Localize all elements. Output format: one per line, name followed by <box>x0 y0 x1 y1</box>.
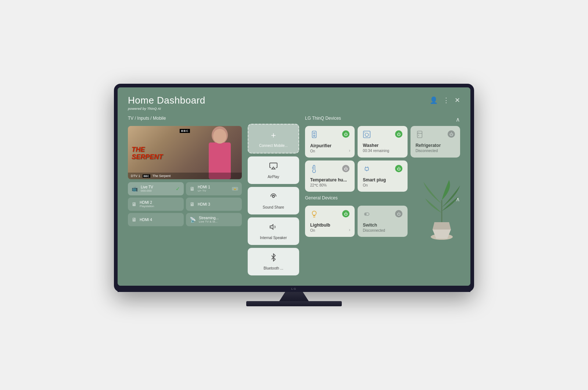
airplay-label: AirPlay <box>268 175 279 179</box>
input-grid: 📺 Live TV 000-000 ✓ 🖥 HDMI 1 <box>128 182 242 226</box>
svg-marker-27 <box>433 222 451 230</box>
input-hdmi2[interactable]: 🖥 HDMI 2 Playstation <box>128 198 184 211</box>
input-streaming[interactable]: 📡 Streaming... Live TV & St... <box>186 213 242 226</box>
svg-point-24 <box>365 213 367 215</box>
header-title-area: Home Dashboard powered by ThinQ AI <box>128 95 205 111</box>
internal-speaker-button[interactable]: Internal Speaker <box>248 217 299 245</box>
speaker-icon <box>269 223 277 233</box>
smartplug-icon <box>363 165 371 174</box>
tv-preview-image: BBC <box>128 126 242 179</box>
general-devices-grid: ⏻ Lightbulb On › <box>305 206 460 237</box>
sound-share-label: Sound Share <box>263 205 284 209</box>
device-washer[interactable]: ⏻ Washer 00:34 remaining <box>358 126 407 158</box>
connect-icon: ＋ <box>269 130 277 141</box>
subtitle-brand: ThinQ AI <box>147 107 161 111</box>
lightbulb-status: On <box>310 228 349 232</box>
temperature-power[interactable]: ⏻ <box>342 165 349 172</box>
lg-thinq-header: LG ThinQ Devices ∧ <box>305 116 460 123</box>
header-subtitle: powered by ThinQ AI <box>128 107 205 111</box>
bbc-logo: BBC <box>180 129 190 133</box>
dashboard: Home Dashboard powered by ThinQ AI 👤 ⋮ ✕ <box>118 87 470 286</box>
stand-neck <box>279 292 309 301</box>
refrigerator-status: Disconnected <box>416 149 455 153</box>
airpurifier-name: Airpurifier <box>310 143 349 148</box>
device-temperature[interactable]: ⏻ Temperature hu... 22℃ 80% <box>305 160 355 192</box>
smartplug-status: On <box>363 183 402 187</box>
tv-section-label: TV / Inputs / Mobile <box>128 116 242 121</box>
bluetooth-label: Bluetooth ... <box>263 266 283 270</box>
svg-rect-13 <box>417 131 422 138</box>
hdmi3-text: HDMI 3 <box>198 202 210 206</box>
svg-point-2 <box>213 129 226 144</box>
switch-name: Switch <box>363 223 402 228</box>
lightbulb-power[interactable]: ⏻ <box>342 210 349 217</box>
input-hdmi4[interactable]: 🖥 HDMI 4 <box>128 213 184 226</box>
streaming-icon: 📡 <box>190 217 196 223</box>
general-devices-section: General Devices ∧ <box>305 195 460 237</box>
tv-bottom-bar: LG <box>118 286 470 292</box>
user-icon[interactable]: 👤 <box>430 96 438 104</box>
device-airpurifier[interactable]: ⏻ Airpurifier On › <box>305 126 355 158</box>
tv-logo: LG <box>291 287 297 290</box>
hdmi1-icon: 🖥 <box>190 186 195 192</box>
menu-icon[interactable]: ⋮ <box>443 96 449 104</box>
lightbulb-arrow: › <box>349 227 350 232</box>
connect-label: Connect Mobile... <box>259 144 288 148</box>
tv-stand <box>114 292 474 306</box>
input-hdmi1[interactable]: 🖥 HDMI 1 U+ TV 🔒 <box>186 182 242 195</box>
airpurifier-status: On <box>310 149 349 153</box>
device-switch[interactable]: ⏻ Switch Disconnected <box>358 206 407 237</box>
hdmi1-badge: 🔒 <box>232 187 238 191</box>
input-live-tv[interactable]: 📺 Live TV 000-000 ✓ <box>128 182 184 195</box>
tv-preview[interactable]: BBC <box>128 126 242 179</box>
switch-status: Disconnected <box>363 228 402 232</box>
plant-decoration <box>416 178 460 244</box>
hdmi4-icon: 🖥 <box>132 217 137 223</box>
tv-info-bar: DTV 1 BBC The Serpent <box>128 173 242 179</box>
hdmi3-icon: 🖥 <box>190 201 195 207</box>
device-refrigerator[interactable]: ⏻ Refrigerator Disconnected <box>410 126 460 158</box>
middle-panel: ＋ Connect Mobile... AirPlay <box>248 124 299 278</box>
lg-thinq-collapse[interactable]: ∧ <box>456 116 460 123</box>
bluetooth-icon <box>269 253 277 263</box>
airpurifier-icon <box>310 130 318 140</box>
streaming-text: Streaming... Live TV & St... <box>199 216 219 223</box>
washer-name: Washer <box>363 143 402 148</box>
device-smartplug[interactable]: ⏻ Smart plug On <box>358 160 407 192</box>
svg-rect-19 <box>365 167 369 170</box>
sound-share-button[interactable]: Sound Share <box>248 187 299 214</box>
refrigerator-power[interactable]: ⏻ <box>448 130 455 138</box>
speaker-label: Internal Speaker <box>260 236 287 240</box>
input-hdmi3[interactable]: 🖥 HDMI 3 <box>186 198 242 211</box>
smartplug-name: Smart plug <box>363 177 402 183</box>
svg-rect-6 <box>312 131 316 138</box>
plant-area <box>410 206 460 237</box>
tv-bezel: Home Dashboard powered by ThinQ AI 👤 ⋮ ✕ <box>114 84 474 292</box>
stand-feet <box>246 301 342 306</box>
header-controls: 👤 ⋮ ✕ <box>430 95 460 104</box>
hdmi2-icon: 🖥 <box>132 201 137 207</box>
header: Home Dashboard powered by ThinQ AI 👤 ⋮ ✕ <box>128 95 460 111</box>
close-icon[interactable]: ✕ <box>455 96 460 104</box>
hdmi2-text: HDMI 2 Playstation <box>140 201 154 208</box>
live-tv-icon: 📺 <box>132 186 138 192</box>
airplay-button[interactable]: AirPlay <box>248 156 299 184</box>
refrigerator-name: Refrigerator <box>416 143 455 148</box>
svg-point-4 <box>272 195 275 198</box>
right-panel: LG ThinQ Devices ∧ <box>305 116 460 278</box>
show-title: THE SERPENT <box>132 146 163 161</box>
svg-marker-3 <box>272 167 275 169</box>
switch-icon <box>363 210 371 220</box>
smartplug-power[interactable]: ⏻ <box>395 165 402 172</box>
show-name: The Serpent <box>153 174 171 178</box>
washer-status: 00:34 remaining <box>363 149 402 153</box>
refrigerator-icon <box>416 130 424 140</box>
active-checkmark: ✓ <box>176 186 180 192</box>
lightbulb-name: Lightbulb <box>310 223 349 228</box>
washer-power[interactable]: ⏻ <box>395 130 402 138</box>
device-lightbulb[interactable]: ⏻ Lightbulb On › <box>305 206 355 237</box>
airpurifier-power[interactable]: ⏻ <box>342 130 349 138</box>
connect-mobile-button[interactable]: ＋ Connect Mobile... <box>248 124 299 154</box>
bluetooth-button[interactable]: Bluetooth ... <box>248 248 299 275</box>
switch-power[interactable]: ⏻ <box>395 210 402 217</box>
